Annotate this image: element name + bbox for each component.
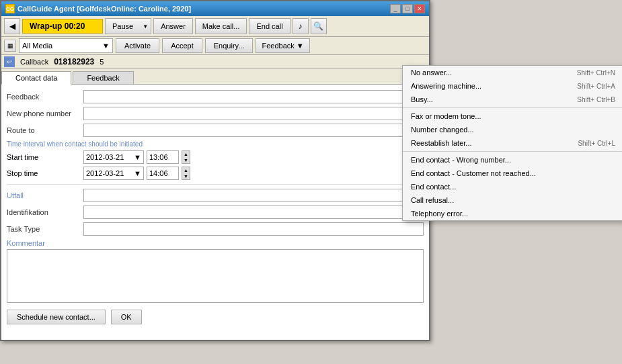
app-icon: CG [5,4,15,13]
callback-number: 018182923 [54,57,94,66]
feedback-field-label: Feedback [7,93,81,101]
stop-time-label: Stop time [7,169,81,177]
menu-item-shortcut-1: Shift+ Ctrl+A [577,83,615,90]
start-time-input[interactable] [147,150,179,164]
menu-separator-5 [403,151,622,152]
schedule-new-contact-button[interactable]: Schedule new contact... [7,310,106,324]
bottom-buttons: Schedule new contact... OK [7,310,424,324]
task-type-input[interactable] [83,222,424,236]
menu-item-label-3: Fax or modem tone... [411,112,481,120]
task-type-row: Task Type [7,222,424,236]
media-select-arrow: ▼ [102,42,110,50]
minimize-button[interactable]: _ [390,4,401,13]
title-bar: CG CallGuide Agent [GolfdeskOnline: Caro… [1,1,429,16]
nav-back-icon[interactable]: ◀ [4,18,20,34]
menu-item-label-6: End contact - Wrong number... [411,156,511,164]
utfall-row: Utfall ▼ [7,189,424,202]
wrapup-badge: Wrap-up 00:20 [22,19,103,34]
menu-item-label-2: Busy... [411,95,433,103]
new-phone-input[interactable] [83,107,424,120]
menu-item-4[interactable]: Number changed... [403,123,622,136]
make-call-button[interactable]: Make call... [195,18,247,34]
feedback-select[interactable]: ▼ [83,90,424,103]
stop-time-up[interactable]: ▲ [182,167,190,173]
stop-time-down[interactable]: ▼ [182,173,190,179]
music-icon[interactable]: ♪ [293,18,309,34]
search-icon[interactable]: 🔍 [311,18,327,34]
answer-button[interactable]: Answer [153,18,193,34]
title-controls: _ □ ✕ [390,4,425,13]
menu-item-label-7: End contact - Customer not reached... [411,169,536,177]
tab-contact-data[interactable]: Contact data [1,71,71,85]
task-type-label: Task Type [7,225,81,233]
route-to-select[interactable]: ▼ [83,124,424,137]
kommentar-textarea[interactable] [7,249,424,303]
menu-item-shortcut-0: Shift+ Ctrl+N [577,69,615,77]
callback-type: Callback [20,58,48,66]
media-select-value: All Media [22,42,52,50]
menu-item-label-0: No answer... [411,69,452,77]
tab-feedback[interactable]: Feedback [73,71,133,84]
feedback-label: Feedback [262,42,294,50]
start-date-value: 2012-03-21 [86,153,124,161]
menu-item-3[interactable]: Fax or modem tone... [403,109,622,123]
maximize-button[interactable]: □ [402,4,413,13]
end-call-button[interactable]: End call [249,18,290,34]
accept-button[interactable]: Accept [162,38,202,53]
ok-button[interactable]: OK [111,310,142,324]
start-time-up[interactable]: ▲ [182,151,190,157]
menu-item-label-1: Answering machine... [411,82,481,90]
pause-group: Pause ▼ [105,18,151,34]
activate-button[interactable]: Activate [116,38,159,53]
start-date-arrow: ▼ [134,153,141,161]
stop-time-input[interactable] [147,167,179,180]
stop-date-arrow: ▼ [134,169,141,177]
callback-bar: ↩ Callback 018182923 5 [1,55,429,69]
title-bar-left: CG CallGuide Agent [GolfdeskOnline: Caro… [5,4,191,13]
menu-item-5[interactable]: Reestablish later...Shift+ Ctrl+L [403,136,622,150]
menu-item-1[interactable]: Answering machine...Shift+ Ctrl+A [403,79,622,93]
feedback-row: Feedback ▼ [7,90,424,103]
pause-dropdown-arrow[interactable]: ▼ [140,18,151,34]
menu-item-9[interactable]: Call refusal... [403,193,622,207]
identifikation-label: Identifikation [7,208,81,216]
menu-separator-2 [403,107,622,108]
route-to-label: Route to [7,126,81,134]
feedback-button[interactable]: Feedback ▼ [256,38,309,53]
start-date-input[interactable]: 2012-03-21 ▼ [83,150,144,164]
menu-item-7[interactable]: End contact - Customer not reached... [403,167,622,180]
menu-item-0[interactable]: No answer...Shift+ Ctrl+N [403,66,622,79]
start-time-row: Start time 2012-03-21 ▼ ▲ ▼ [7,150,424,164]
identifikation-input[interactable] [83,206,424,219]
menu-item-10[interactable]: Telephony error... [403,207,622,220]
stop-date-input[interactable]: 2012-03-21 ▼ [83,167,144,180]
feedback-dropdown-menu: No answer...Shift+ Ctrl+NAnswering machi… [402,65,622,221]
start-time-spinner[interactable]: ▲ ▼ [182,150,190,164]
menu-item-label-5: Reestablish later... [411,139,472,147]
menu-item-label-4: Number changed... [411,126,474,134]
media-select[interactable]: All Media ▼ [19,38,113,53]
close-button[interactable]: ✕ [414,4,425,13]
time-interval-label: Time interval when contact should be ini… [7,140,424,148]
toolbar-row-2: ▦ All Media ▼ Activate Accept Enquiry...… [1,37,429,55]
pause-button[interactable]: Pause [105,18,140,34]
enquiry-button[interactable]: Enquiry... [205,38,254,53]
menu-item-6[interactable]: End contact - Wrong number... [403,153,622,167]
stop-time-spinner[interactable]: ▲ ▼ [182,167,190,180]
stop-time-row: Stop time 2012-03-21 ▼ ▲ ▼ [7,167,424,180]
menu-item-label-9: Call refusal... [411,196,454,204]
start-time-label: Start time [7,153,81,161]
menu-item-label-8: End contact... [411,183,456,191]
start-time-down[interactable]: ▼ [182,157,190,163]
menu-item-8[interactable]: End contact... [403,180,622,193]
callback-icon: ↩ [4,56,15,67]
utfall-label: Utfall [7,191,81,199]
utfall-select[interactable]: ▼ [83,189,424,202]
identifikation-row: Identifikation [7,206,424,219]
separator-1 [7,184,424,185]
menu-item-2[interactable]: Busy...Shift+ Ctrl+B [403,93,622,106]
tab-bar: Contact data Feedback [1,69,429,85]
new-phone-row: New phone number [7,107,424,120]
callback-count: 5 [100,58,104,66]
menu-item-shortcut-2: Shift+ Ctrl+B [577,96,615,103]
